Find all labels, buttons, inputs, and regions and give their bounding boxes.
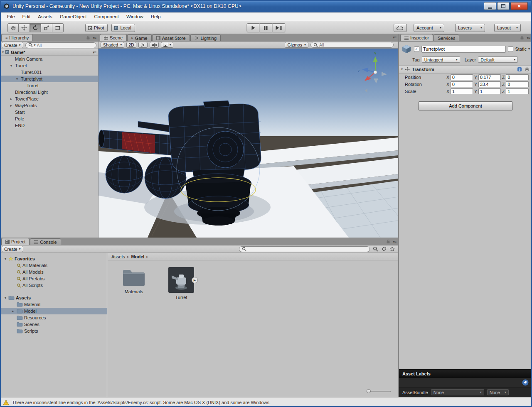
tab-game[interactable]: ▸Game [127,34,152,41]
scale-z-input[interactable] [506,88,529,94]
assets-root[interactable]: ▾ Assets [0,294,107,301]
minimize-button[interactable] [484,2,496,10]
hierarchy-create-dropdown[interactable]: Create▾ [2,42,23,48]
vertical-splitter[interactable] [398,34,399,397]
gizmos-dropdown[interactable]: Gizmos▾ [285,42,308,48]
breadcrumb-assets[interactable]: Assets [111,254,125,259]
active-checkbox[interactable]: ✓ [414,47,419,52]
static-checkbox[interactable] [508,47,513,52]
hierarchy-item-turret[interactable]: ▾Turret [0,62,98,69]
foldout-icon[interactable]: ▾ [401,68,403,71]
close-button[interactable]: × [510,2,528,10]
scene-header-row[interactable]: ▾ Game* ▾≡ [0,49,98,56]
transform-component-header[interactable]: ▾ Transform ? [399,66,532,74]
layer-dropdown[interactable]: Default▾ [478,56,518,63]
play-button[interactable] [247,23,260,32]
cloud-button[interactable] [394,24,407,32]
slider-knob[interactable] [367,389,371,393]
label-tag-icon[interactable] [522,379,529,386]
foldout-icon[interactable]: ▸ [9,103,13,108]
hierarchy-item-turret-child[interactable]: Turret [0,82,98,89]
shaded-dropdown[interactable]: Shaded▾ [101,42,124,48]
rotate-tool-button[interactable] [30,23,41,32]
lock-icon[interactable] [386,239,390,244]
chevron-down-icon[interactable]: ▾ [34,44,36,47]
menu-item-gameobject[interactable]: GameObject [56,13,91,20]
foldout-icon[interactable]: ▾ [15,77,19,81]
asset-thumbnail-turret[interactable]: ▶ [168,267,194,293]
hierarchy-search-input[interactable] [37,43,94,48]
panel-menu-icon[interactable]: ▾≡ [93,36,96,40]
folder-material[interactable]: Material [0,301,107,308]
folder-resources[interactable]: Resources [0,314,107,321]
help-icon[interactable]: ? [517,67,522,72]
chevron-down-icon[interactable]: ▾ [528,47,530,51]
thumbnail-zoom-slider[interactable] [367,389,391,393]
project-create-dropdown[interactable]: Create▾ [2,246,23,252]
hierarchy-item-turretpivot[interactable]: ▾Turretpivot [0,76,98,82]
tab-inspector[interactable]: Inspector [400,34,433,41]
scale-tool-button[interactable] [41,23,52,32]
hierarchy-item-end[interactable]: END [0,122,98,129]
tab-services[interactable]: Services [433,34,459,41]
scene-viewport[interactable]: y z [99,49,398,238]
maximize-button[interactable] [497,2,510,10]
rotation-x-input[interactable] [451,81,473,87]
hand-tool-button[interactable] [7,23,19,32]
position-z-input[interactable] [506,74,529,80]
gear-icon[interactable] [525,67,530,72]
scale-x-input[interactable] [451,88,473,94]
panel-menu-icon[interactable]: ▾≡ [393,240,396,244]
assetbundle-dropdown[interactable]: None▾ [431,389,484,395]
menu-item-assets[interactable]: Assets [34,13,56,20]
object-name-input[interactable] [421,46,506,53]
tab-lighting[interactable]: Lighting [190,34,221,41]
folder-model[interactable]: ▸Model [0,308,107,314]
gameobject-cube-icon[interactable] [401,44,412,54]
hierarchy-item-turret-001[interactable]: Turret.001 [0,69,98,76]
hierarchy-item-start[interactable]: Start [0,109,98,115]
menu-item-help[interactable]: Help [147,13,165,20]
scene-lighting-toggle[interactable] [138,42,148,48]
project-search-input[interactable] [248,247,367,252]
folder-scripts[interactable]: Scripts [0,328,107,334]
asset-item-turret[interactable]: ▶ Turret [167,267,196,300]
tab-hierarchy[interactable]: ≡Hierarchy [1,34,33,41]
hierarchy-item-directional-light[interactable]: Directional Light [0,89,98,96]
favorites-all-materials[interactable]: All Materials [0,262,107,269]
tag-dropdown[interactable]: Untagged▾ [422,56,460,63]
scene-menu-icon[interactable]: ▾≡ [93,50,96,54]
pause-button[interactable] [260,23,273,32]
tab-asset-store[interactable]: Asset Store [152,34,190,41]
status-bar[interactable]: There are inconsistent line endings in t… [0,397,532,407]
breadcrumb-model[interactable]: Model [131,254,145,259]
rect-tool-button[interactable] [52,23,64,32]
asset-expand-arrow[interactable]: ▶ [192,277,198,283]
position-y-input[interactable] [478,74,501,80]
foldout-icon[interactable]: ▸ [11,309,15,313]
scene-audio-toggle[interactable] [150,42,159,48]
panel-menu-icon[interactable]: ▾≡ [393,35,396,39]
hierarchy-item-waypoints[interactable]: ▸WayPoints [0,102,98,109]
foldout-icon[interactable]: ▾ [3,257,7,261]
local-toggle-button[interactable]: Local [111,24,135,32]
account-dropdown[interactable]: Account▾ [414,24,444,32]
rotation-y-input[interactable] [478,81,501,87]
tab-scene[interactable]: Scene [100,34,127,41]
rotation-z-input[interactable] [506,81,529,87]
toggle-2d-button[interactable]: 2D [126,42,136,48]
scene-effects-dropdown[interactable]: ▾ [161,42,173,48]
add-component-button[interactable]: Add Component [418,101,513,110]
lock-icon[interactable] [86,35,90,40]
layout-dropdown[interactable]: Layout▾ [494,24,521,32]
foldout-icon[interactable]: ▾ [3,296,7,300]
hierarchy-item-pole[interactable]: Pole [0,115,98,122]
tab-project[interactable]: Project [1,238,30,245]
favorites-root[interactable]: ▾ Favorites [0,255,107,262]
tab-console[interactable]: Console [30,238,61,245]
favorites-all-models[interactable]: All Models [0,269,107,275]
favorites-filter-icon[interactable] [389,246,395,252]
favorites-all-scripts[interactable]: All Scripts [0,282,107,289]
foldout-icon[interactable]: ▸ [9,97,13,101]
layers-dropdown[interactable]: Layers▾ [455,24,485,32]
